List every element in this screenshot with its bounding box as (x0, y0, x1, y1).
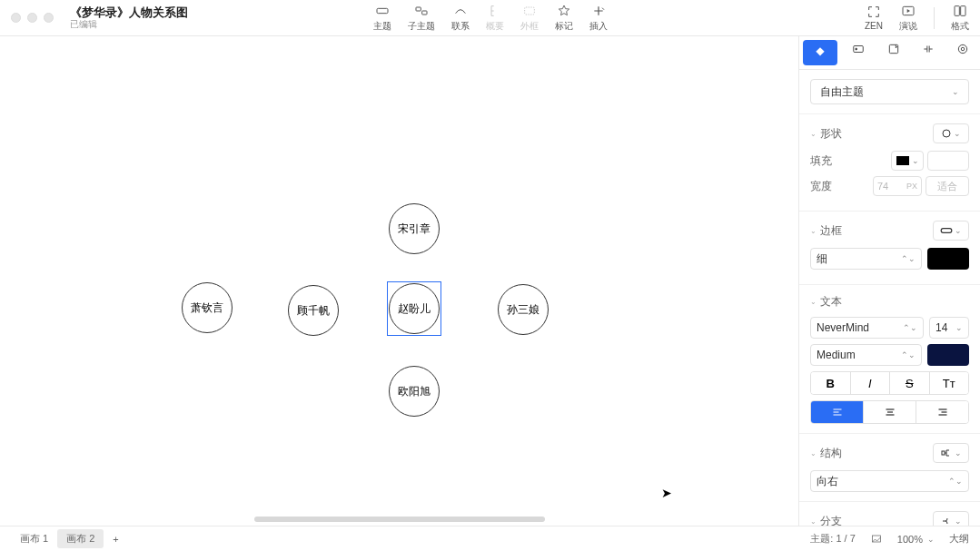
svg-rect-6 (961, 5, 965, 15)
chevron-down-icon: ⌄ (952, 87, 959, 96)
toolbar-zen[interactable]: ZEN (865, 5, 883, 31)
fill-color-picker[interactable] (927, 151, 969, 171)
branch-style-select[interactable]: ⌄ (933, 511, 969, 526)
text-color[interactable] (927, 344, 969, 366)
structure-type-select[interactable]: ⌄ (933, 443, 969, 463)
toolbar-boundary: 外框 (520, 4, 539, 33)
panel-tab-ai[interactable] (945, 36, 980, 62)
outline-button[interactable]: 大纲 (949, 532, 969, 546)
topic-counter[interactable]: 主题: 1 / 7 (810, 532, 856, 546)
maximize-window-icon[interactable] (44, 13, 54, 23)
toolbar-summary: 概要 (486, 4, 504, 33)
horizontal-scrollbar[interactable] (254, 517, 545, 522)
border-section-title: 边框 (820, 223, 842, 239)
text-section-title: 文本 (820, 294, 842, 310)
node-left2[interactable]: 顾千帆 (288, 285, 339, 336)
titlebar: 《梦华录》人物关系图 已编辑 主题 子主题 联系 概要 外框 标记 插入 ZEN… (0, 0, 980, 36)
document-title: 《梦华录》人物关系图 (70, 5, 188, 20)
toolbar-right: ZEN 演说 格式 (865, 4, 969, 33)
toolbar-center: 主题 子主题 联系 概要 外框 标记 插入 (373, 4, 608, 33)
panel-tab-map[interactable] (911, 36, 945, 62)
toolbar-relationship[interactable]: 联系 (451, 4, 470, 33)
node-right[interactable]: 孙三娘 (498, 284, 549, 335)
svg-rect-9 (889, 44, 897, 53)
align-center-button[interactable] (864, 401, 916, 423)
node-top[interactable]: 宋引章 (389, 203, 440, 254)
panel-tab-card[interactable] (841, 36, 876, 62)
width-input[interactable]: 74PX (873, 176, 922, 196)
canvas-tab-2[interactable]: 画布 2 (57, 529, 104, 548)
svg-rect-3 (524, 7, 534, 15)
case-button[interactable]: Tт (930, 372, 969, 394)
shape-type-select[interactable]: ⌄ (933, 123, 969, 143)
svg-rect-7 (854, 46, 864, 53)
svg-point-11 (958, 44, 966, 53)
caret-icon: ⌄ (810, 227, 817, 235)
structure-direction-select[interactable]: 向右⌃⌄ (810, 470, 969, 492)
font-weight-select[interactable]: Medium⌃⌄ (810, 344, 922, 366)
traffic-lights[interactable] (11, 13, 54, 23)
align-left-button[interactable] (811, 401, 864, 423)
toolbar-pitch[interactable]: 演说 (899, 4, 917, 33)
svg-point-10 (961, 47, 965, 51)
caret-icon: ⌄ (810, 130, 817, 138)
document-status: 已编辑 (70, 19, 188, 30)
node-bottom[interactable]: 欧阳旭 (389, 366, 440, 417)
panel-tabs (799, 36, 980, 70)
bottombar: 画布 1 画布 2 + 主题: 1 / 7 100%⌄ 大纲 (0, 526, 980, 551)
branch-section-title: 分支 (820, 514, 842, 526)
close-window-icon[interactable] (11, 13, 21, 23)
map-view-icon[interactable] (870, 534, 883, 545)
add-canvas-button[interactable]: + (107, 531, 124, 547)
svg-rect-14 (942, 451, 945, 455)
format-panel: 自由主题⌄ ⌄形状 ⌄ 填充 ⌄ 宽度 74PX 适合 (798, 36, 980, 526)
toolbar-format[interactable]: 格式 (951, 4, 969, 33)
align-right-button[interactable] (916, 401, 968, 423)
svg-point-8 (856, 48, 857, 50)
shape-section-title: 形状 (820, 126, 842, 142)
mouse-cursor-icon: ➤ (661, 486, 672, 500)
svg-rect-1 (416, 7, 421, 11)
font-size-select[interactable]: 14⌄ (929, 317, 969, 339)
border-color[interactable] (927, 248, 969, 270)
italic-button[interactable]: I (851, 372, 891, 394)
toolbar-subtopic[interactable]: 子主题 (408, 4, 435, 33)
node-center[interactable]: 赵盼儿 (389, 283, 440, 334)
svg-point-12 (943, 130, 950, 137)
font-family-select[interactable]: NeverMind⌃⌄ (810, 317, 924, 339)
panel-tab-note[interactable] (876, 36, 910, 62)
zoom-level[interactable]: 100%⌄ (897, 534, 935, 545)
canvas-tab-1[interactable]: 画布 1 (11, 529, 57, 548)
fill-color-select[interactable]: ⌄ (891, 151, 924, 171)
strike-button[interactable]: S (890, 372, 930, 394)
svg-rect-5 (955, 5, 959, 15)
svg-rect-13 (941, 229, 952, 233)
bold-button[interactable]: B (811, 372, 851, 394)
caret-icon: ⌄ (810, 298, 817, 306)
theme-select[interactable]: 自由主题⌄ (810, 79, 969, 104)
node-left1[interactable]: 萧钦言 (182, 282, 233, 333)
caret-icon: ⌄ (810, 449, 817, 458)
border-style-select[interactable]: ⌄ (933, 221, 969, 241)
svg-rect-2 (421, 11, 426, 15)
toolbar-insert[interactable]: 插入 (589, 4, 608, 33)
fit-button[interactable]: 适合 (926, 176, 969, 196)
toolbar-topic[interactable]: 主题 (373, 4, 391, 33)
caret-icon: ⌄ (810, 517, 817, 526)
svg-rect-0 (377, 8, 388, 13)
toolbar-marker[interactable]: 标记 (555, 4, 573, 33)
panel-tab-style[interactable] (803, 40, 837, 65)
canvas[interactable]: 宋引章 萧钦言 顾千帆 赵盼儿 孙三娘 欧阳旭 ➤ (0, 36, 798, 526)
border-weight-select[interactable]: 细⌃⌄ (810, 248, 922, 270)
structure-section-title: 结构 (820, 446, 842, 461)
minimize-window-icon[interactable] (27, 13, 37, 23)
